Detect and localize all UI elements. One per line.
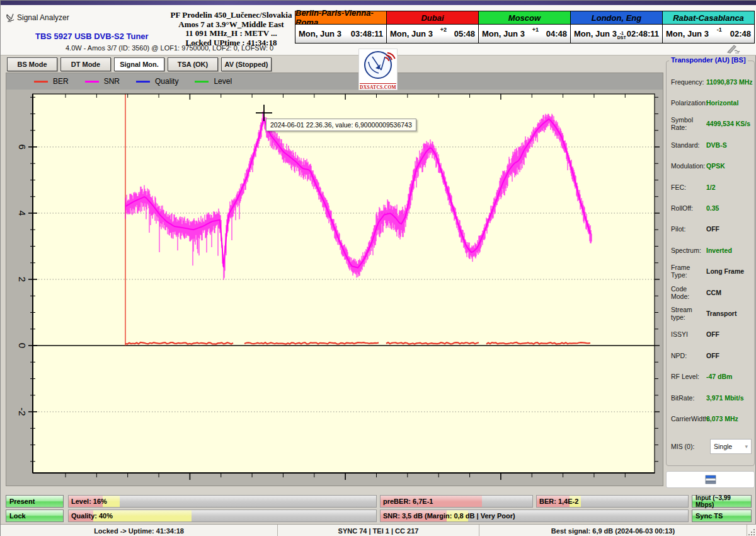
- legend-label: BER: [53, 77, 69, 86]
- resize-grip[interactable]: [747, 528, 755, 535]
- tab-bs-mode[interactable]: BS Mode: [7, 57, 57, 71]
- tab-signal-mon-[interactable]: Signal Mon.: [114, 57, 164, 71]
- snr-progressbar: SNR: 3,5 dB (Margin: 0,8 dB | Very Poor): [380, 510, 689, 522]
- clock-time-row: Mon, Jun 3+205:48: [387, 25, 478, 43]
- signature-icon: [725, 44, 743, 57]
- transponder-row: FEC:1/2: [667, 177, 754, 197]
- transponder-row: CarrierWidth:6,073 MHz: [667, 408, 754, 429]
- transponder-rows: Frequency:11090,873 MHzPolarization:Hori…: [667, 71, 754, 429]
- window-title: Signal Analyzer: [17, 13, 69, 22]
- transponder-row-value: QPSK: [706, 162, 725, 170]
- transponder-row-value: -47 dBm: [706, 373, 732, 380]
- transponder-row-value: OFF: [706, 330, 719, 338]
- lock-indicator: Lock: [6, 510, 64, 522]
- y-axis-label: -2: [17, 407, 28, 416]
- ber-label: BER: 1,4E-2: [537, 496, 688, 507]
- transponder-row-value: OFF: [706, 225, 719, 233]
- input-indicator: Input (~3,99 Mbps): [692, 495, 752, 508]
- y-axis-label: 2: [17, 277, 28, 282]
- transponder-row-value: 1/2: [706, 184, 716, 191]
- transponder-title: Transponder (AU) [BS]: [669, 56, 748, 64]
- window-top-strip: [1, 1, 756, 5]
- legend-line-swatch: [136, 81, 150, 83]
- level-progressbar: Level: 16%: [68, 495, 377, 508]
- transponder-row-value: OFF: [706, 352, 719, 359]
- transponder-row-label: Symbol Rate:: [671, 116, 706, 131]
- world-clocks: Berlin-Paris-Vienna-RomaMon, Jun 303:48:…: [295, 11, 755, 44]
- clock-date: Mon, Jun 3: [666, 29, 709, 38]
- clock-date: Mon, Jun 3: [390, 29, 433, 38]
- clock-time-value: 04:48: [546, 29, 567, 38]
- clock-date: Mon, Jun 3: [574, 29, 617, 38]
- legend-item-snr: SNR: [85, 77, 120, 86]
- dxsatcs-logo-icon: [360, 49, 396, 81]
- clock-date: Mon, Jun 3: [299, 29, 341, 38]
- chevron-down-icon: ▾: [745, 443, 748, 450]
- clock-4: Rabat-CasablancaMon, Jun 3-102:48: [663, 11, 755, 44]
- signal-chart-panel: BERSNRQualityLevel 6420-2: [6, 73, 663, 486]
- transponder-row: Polarization:Horizontal: [667, 92, 754, 113]
- transponder-row-value: CCM: [706, 289, 721, 296]
- clock-city-label: Berlin-Paris-Vienna-Roma: [295, 11, 386, 25]
- clock-city-label: Rabat-Casablanca: [663, 11, 754, 25]
- stream-list-button[interactable]: [666, 471, 755, 488]
- preber-progressbar: preBER: 6,7E-1: [380, 495, 533, 508]
- transponder-row-label: Frequency:: [671, 78, 706, 86]
- legend-line-swatch: [195, 81, 209, 83]
- clock-utc-offset: -1DST: [617, 28, 626, 40]
- clock-time-value: 03:48:11: [351, 29, 383, 38]
- status-bar: Locked -> Uptime: 41:34:18 SYNC 74 | TEI…: [1, 524, 756, 536]
- tuner-name: TBS 5927 USB DVB-S2 Tuner: [35, 32, 149, 41]
- transponder-row-label: Stream type:: [671, 306, 706, 321]
- legend-line-swatch: [34, 81, 48, 83]
- station-line-1: PF Prodelin 450_Lučenec/Slovakia: [167, 11, 295, 20]
- legend-line-swatch: [85, 81, 99, 83]
- transponder-row: Spectrum:Inverted: [667, 240, 754, 260]
- station-info: PF Prodelin 450_Lučenec/Slovakia Amos 7 …: [167, 11, 295, 47]
- transponder-row-label: Pilot:: [671, 225, 706, 233]
- transponder-row: Frequency:11090,873 MHz: [667, 71, 754, 92]
- quality-progressbar: Quality: 40%: [68, 510, 377, 522]
- preber-label: preBER: 6,7E-1: [381, 496, 532, 507]
- clock-time-row: Mon, Jun 3+104:48: [479, 25, 570, 43]
- legend-item-ber: BER: [34, 77, 69, 86]
- transponder-groupbox: Transponder (AU) [BS] Frequency:11090,87…: [666, 61, 755, 466]
- clock-offset-value: -1: [620, 31, 624, 35]
- legend-item-quality: Quality: [136, 77, 178, 86]
- transponder-row-label: Spectrum:: [671, 247, 706, 254]
- legend-label: Level: [214, 77, 232, 86]
- transponder-row: Code Mode:CCM: [667, 282, 754, 303]
- transponder-row: ISSYIOFF: [667, 324, 754, 345]
- transponder-row-value: Transport: [706, 310, 736, 317]
- status-sync: SYNC 74 | TEI 1 | CC 217: [278, 525, 479, 536]
- transponder-row-value: 4499,534 KS/s: [706, 120, 750, 127]
- clock-utc-offset: +2: [440, 25, 447, 33]
- legend-label: SNR: [104, 77, 120, 86]
- transponder-row-label: Standard:: [671, 141, 706, 149]
- level-label: Level: 16%: [69, 496, 376, 507]
- transponder-row-label: Frame Type:: [671, 264, 706, 279]
- transponder-row-label: NPD:: [671, 352, 706, 359]
- mis-dropdown[interactable]: Single ▾: [710, 439, 752, 454]
- clock-time-row: Mon, Jun 3-1DST02:48:11: [571, 25, 662, 43]
- transponder-row-label: RF Level:: [671, 373, 706, 380]
- transponder-row: Standard:DVB-S: [667, 134, 754, 155]
- transponder-row: BitRate:3,971 Mbit/s: [667, 387, 754, 408]
- transponder-row-value: Long Frame: [706, 267, 744, 275]
- tab-tsa-ok-[interactable]: TSA (OK): [168, 57, 218, 71]
- tab-dt-mode[interactable]: DT Mode: [60, 57, 111, 71]
- signal-chart-plot[interactable]: 6420-2: [6, 90, 664, 487]
- clock-city-label: Moscow: [479, 11, 570, 25]
- station-line-4: Locked UPtime : 41:34:18: [167, 38, 295, 48]
- y-axis-label: 6: [17, 144, 28, 149]
- transponder-row-value: 6,073 MHz: [706, 415, 738, 422]
- tab-av-stopped-[interactable]: AV (Stopped): [221, 57, 272, 71]
- transponder-row: Modulation:QPSK: [667, 156, 754, 177]
- transponder-row: Pilot:OFF: [667, 219, 754, 240]
- transponder-row-value: DVB-S: [706, 141, 727, 149]
- mode-tabs: BS ModeDT ModeSignal Mon.TSA (OK)AV (Sto…: [7, 57, 272, 71]
- transponder-row-label: Polarization:: [671, 99, 706, 107]
- clock-time-value: 02:48: [730, 29, 751, 38]
- transponder-row: NPD:OFF: [667, 345, 754, 366]
- clock-city-label: London, Eng: [571, 11, 662, 25]
